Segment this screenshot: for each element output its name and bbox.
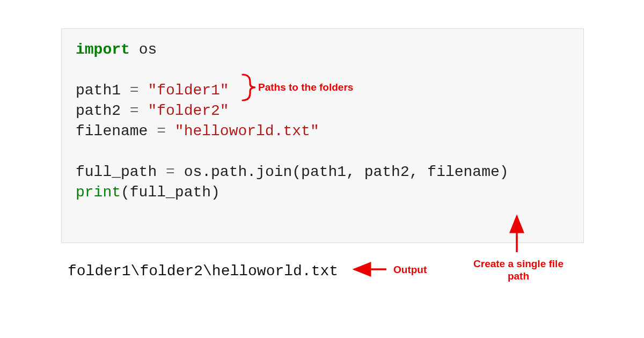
code-assign-op: = [121,82,148,99]
code-assign-op: = [157,164,184,180]
code-module-os: os [139,41,157,58]
code-print-args: (full_path) [121,184,220,201]
code-keyword-import: import [76,41,130,58]
annotation-paths-to-folders: Paths to the folders [258,82,353,94]
code-assign-op: = [121,102,148,119]
code-string-folder2: "folder2" [148,102,229,119]
annotation-create-single-file-path: Create a single file path [462,258,575,283]
code-var-filename: filename [76,123,148,139]
code-fn-print: print [76,184,121,201]
code-string-folder1: "folder1" [148,82,229,99]
code-string-helloworld: "helloworld.txt" [175,123,319,139]
annotation-output: Output [393,264,427,276]
code-block: import os path1 = "folder1" path2 = "fol… [61,28,584,243]
annotation-create-line1: Create a single file [473,258,564,269]
code-var-path2: path2 [76,102,121,119]
code-ospathjoin-call: os.path.join(path1, path2, filename) [184,164,509,180]
output-text: folder1\folder2\helloworld.txt [68,263,338,280]
annotation-create-line2: path [508,270,529,282]
code-var-path1: path1 [76,82,121,99]
code-var-fullpath: full_path [76,164,157,180]
code-assign-op: = [148,123,174,139]
